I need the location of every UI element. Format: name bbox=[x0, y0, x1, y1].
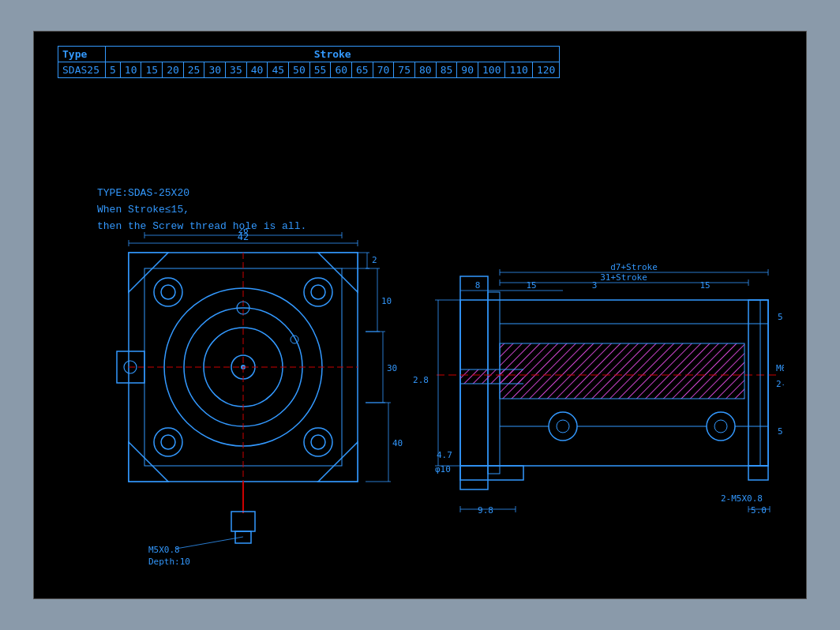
stroke-25: 25 bbox=[183, 62, 204, 78]
svg-rect-26 bbox=[231, 512, 255, 531]
stroke-15: 15 bbox=[141, 62, 163, 78]
svg-point-6 bbox=[161, 285, 175, 299]
stroke-120: 120 bbox=[532, 62, 559, 78]
svg-text:M5X0.8: M5X0.8 bbox=[148, 545, 180, 555]
svg-point-8 bbox=[311, 285, 325, 299]
svg-text:Depth:10: Depth:10 bbox=[148, 557, 190, 567]
svg-text:3: 3 bbox=[592, 280, 598, 291]
svg-text:2: 2 bbox=[372, 255, 377, 265]
svg-text:4.7: 4.7 bbox=[437, 450, 452, 460]
svg-text:40: 40 bbox=[392, 438, 403, 448]
svg-text:15: 15 bbox=[699, 280, 710, 291]
svg-point-69 bbox=[557, 420, 569, 433]
stroke-35: 35 bbox=[226, 62, 247, 78]
annotation-block: TYPE:SDAS-25X20 When Stroke≤15, then the… bbox=[97, 186, 306, 234]
svg-rect-27 bbox=[235, 531, 251, 543]
stroke-40: 40 bbox=[246, 62, 268, 78]
svg-text:5.5: 5.5 bbox=[778, 426, 784, 437]
svg-text:M6X1.0: M6X1.0 bbox=[776, 363, 784, 373]
stroke-10: 10 bbox=[120, 62, 141, 78]
stroke-30: 30 bbox=[204, 62, 226, 78]
stroke-50: 50 bbox=[289, 62, 310, 78]
svg-point-71 bbox=[714, 420, 727, 433]
svg-text:φ10: φ10 bbox=[435, 464, 451, 474]
stroke-45: 45 bbox=[268, 62, 289, 78]
svg-text:d7+Stroke: d7+Stroke bbox=[610, 262, 658, 272]
svg-point-12 bbox=[311, 435, 325, 449]
svg-line-54 bbox=[176, 537, 243, 549]
svg-text:9.8: 9.8 bbox=[478, 505, 493, 516]
stroke-70: 70 bbox=[373, 62, 394, 78]
stroke-90: 90 bbox=[457, 62, 478, 78]
stroke-20: 20 bbox=[163, 62, 184, 78]
svg-rect-60 bbox=[460, 369, 523, 384]
svg-rect-66 bbox=[748, 300, 768, 466]
svg-point-10 bbox=[161, 435, 175, 449]
svg-text:31+Stroke: 31+Stroke bbox=[600, 272, 647, 283]
svg-text:10: 10 bbox=[381, 296, 392, 306]
svg-rect-72 bbox=[460, 466, 523, 480]
svg-rect-59 bbox=[500, 343, 744, 399]
stroke-60: 60 bbox=[331, 62, 352, 78]
technical-drawing: 42 26 2 10 30 40 M5X0.8 Depth:10 bbox=[73, 229, 784, 584]
type-header: Type bbox=[58, 47, 106, 62]
svg-text:15: 15 bbox=[526, 280, 536, 291]
stroke-80: 80 bbox=[415, 62, 437, 78]
stroke-65: 65 bbox=[352, 62, 373, 78]
svg-text:5.0: 5.0 bbox=[751, 505, 767, 516]
type-value: SDAS25 bbox=[58, 62, 106, 78]
annotation-line2: When Stroke≤15, bbox=[97, 202, 306, 219]
svg-text:8: 8 bbox=[475, 280, 481, 291]
svg-text:26: 26 bbox=[238, 229, 248, 235]
stroke-85: 85 bbox=[436, 62, 457, 78]
type-stroke-table: Type Stroke SDAS25 5 10 15 20 25 30 35 4… bbox=[58, 46, 560, 78]
stroke-header: Stroke bbox=[106, 47, 560, 62]
svg-text:5.5: 5.5 bbox=[778, 312, 784, 322]
stroke-55: 55 bbox=[309, 62, 331, 78]
annotation-line1: TYPE:SDAS-25X20 bbox=[97, 186, 306, 202]
svg-text:2-M5X0.8: 2-M5X0.8 bbox=[721, 493, 763, 504]
svg-rect-73 bbox=[748, 466, 768, 480]
svg-text:30: 30 bbox=[387, 363, 397, 373]
svg-text:2.8: 2.8 bbox=[413, 375, 429, 385]
stroke-110: 110 bbox=[505, 62, 532, 78]
stroke-5: 5 bbox=[106, 62, 121, 78]
stroke-75: 75 bbox=[394, 62, 415, 78]
svg-text:2-φ9.2: 2-φ9.2 bbox=[776, 379, 784, 389]
canvas: Type Stroke SDAS25 5 10 15 20 25 30 35 4… bbox=[33, 31, 807, 599]
stroke-100: 100 bbox=[478, 62, 504, 78]
